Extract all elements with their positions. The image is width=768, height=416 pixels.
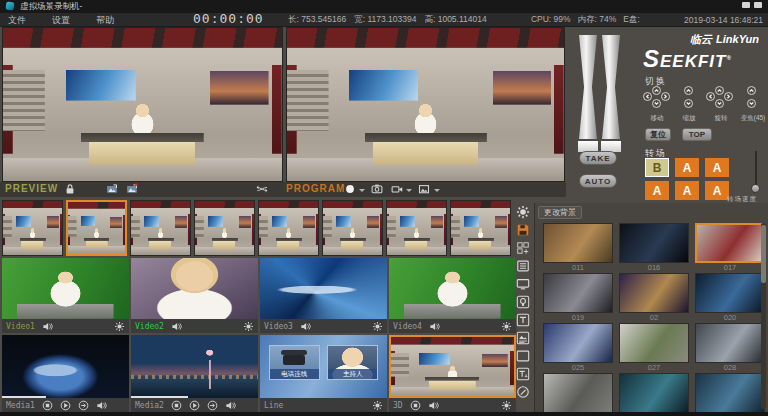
scene-image[interactable] (543, 323, 613, 363)
move-left-button[interactable] (643, 92, 652, 101)
zoom-in-button[interactable] (747, 86, 756, 95)
next-icon[interactable] (207, 400, 218, 411)
scene-image[interactable] (695, 273, 765, 313)
zoom-out-button[interactable] (747, 99, 756, 108)
play-icon[interactable] (189, 400, 200, 411)
camera-angle-thumb-2-selected[interactable] (66, 200, 127, 256)
menu-file[interactable]: 文件 (8, 14, 26, 27)
camera-angle-thumb-1[interactable] (2, 200, 63, 256)
camera-angle-thumb-3[interactable] (130, 200, 191, 256)
scene-image[interactable] (695, 223, 765, 263)
transition-a-icon[interactable] (106, 183, 119, 196)
source-video4[interactable]: Video4 (389, 258, 516, 333)
move-up-button[interactable] (652, 86, 661, 95)
program-monitor[interactable] (286, 27, 565, 182)
rotate-down-button[interactable] (715, 99, 724, 108)
source-3d-selected[interactable]: 3D (389, 335, 516, 412)
transition-button-a4[interactable]: A (675, 181, 699, 200)
scene-thumb-025[interactable]: 025 (543, 323, 613, 373)
scene-thumb-02[interactable]: 02 (619, 273, 689, 323)
reset-button[interactable]: 复位 (645, 128, 671, 141)
move-right-button[interactable] (661, 92, 670, 101)
scene-thumb-r4b[interactable] (619, 373, 689, 412)
volume-icon[interactable] (171, 321, 182, 332)
camera-angle-thumb-4[interactable] (194, 200, 255, 256)
scene-thumb-019[interactable]: 019 (543, 273, 613, 323)
line-thumbnail[interactable]: 电话连线 主持人 (260, 335, 387, 398)
scene-image[interactable] (619, 223, 689, 263)
gear-icon[interactable] (372, 321, 383, 332)
scale-up-button[interactable] (684, 86, 693, 95)
stream-dropdown-caret[interactable] (406, 189, 412, 195)
frame-icon[interactable] (514, 348, 531, 364)
media2-thumbnail[interactable] (131, 335, 258, 398)
stop-icon[interactable] (42, 400, 53, 411)
scene-thumb-011[interactable]: 011 (543, 223, 613, 273)
save-icon[interactable] (514, 222, 531, 238)
menu-settings[interactable]: 设置 (52, 14, 70, 27)
video4-thumbnail[interactable] (389, 258, 516, 319)
transition-button-a2[interactable]: A (705, 158, 729, 177)
volume-icon[interactable] (225, 400, 236, 411)
light-bulb-icon[interactable] (514, 294, 531, 310)
scene-scrollbar-thumb[interactable] (761, 225, 766, 283)
scene-scrollbar[interactable] (761, 223, 766, 409)
scene-image[interactable] (543, 223, 613, 263)
scale-down-button[interactable] (684, 99, 693, 108)
change-background-button[interactable]: 更改背景 (538, 206, 582, 219)
add-layout-icon[interactable] (514, 240, 531, 256)
gear-icon[interactable] (501, 321, 512, 332)
camera-angle-thumb-5[interactable] (258, 200, 319, 256)
menu-help[interactable]: 帮助 (96, 14, 114, 27)
transition-button-a5[interactable]: A (705, 181, 729, 200)
scene-image[interactable] (619, 323, 689, 363)
source-media2[interactable]: Media2 (131, 335, 258, 412)
source-video3[interactable]: Video3 (260, 258, 387, 333)
scene-image[interactable] (543, 373, 613, 412)
3d-thumbnail[interactable] (389, 335, 516, 398)
media1-thumbnail[interactable] (2, 335, 129, 398)
transition-button-a3[interactable]: A (645, 181, 669, 200)
image-layer-icon[interactable] (514, 330, 531, 346)
scene-thumb-017-selected[interactable]: 017 (695, 223, 765, 273)
scene-image[interactable] (543, 273, 613, 313)
scene-thumb-r4a[interactable] (543, 373, 613, 412)
rotate-right-button[interactable] (724, 92, 733, 101)
t-bar-left-handle[interactable] (579, 35, 597, 139)
scene-thumb-020[interactable]: 020 (695, 273, 765, 323)
maximize-button[interactable] (754, 2, 762, 8)
stop-icon[interactable] (410, 400, 421, 411)
camera-angle-thumb-7[interactable] (386, 200, 447, 256)
snapshot-icon[interactable] (371, 183, 384, 196)
video2-thumbnail[interactable] (131, 258, 258, 319)
source-video2[interactable]: Video2 (131, 258, 258, 333)
minimize-button[interactable] (742, 2, 750, 8)
volume-icon[interactable] (429, 321, 440, 332)
transition-b-icon[interactable] (126, 183, 139, 196)
stream-icon[interactable] (391, 183, 404, 196)
swap-icon[interactable] (256, 183, 282, 196)
gear-icon[interactable] (243, 321, 254, 332)
draw-tool-icon[interactable] (514, 384, 531, 400)
scene-image[interactable] (619, 373, 689, 412)
scene-thumb-r4c[interactable] (695, 373, 765, 412)
play-icon[interactable] (60, 400, 71, 411)
next-icon[interactable] (78, 400, 89, 411)
settings-gear-icon[interactable] (514, 204, 531, 220)
gear-icon[interactable] (501, 400, 512, 411)
source-line[interactable]: 电话连线 主持人 Line (260, 335, 387, 412)
auto-button[interactable]: AUTO (579, 174, 617, 188)
scene-image[interactable] (695, 323, 765, 363)
transition-speed-slider[interactable] (751, 151, 761, 193)
volume-icon[interactable] (96, 400, 107, 411)
gear-icon[interactable] (114, 321, 125, 332)
rotate-left-button[interactable] (706, 92, 715, 101)
preview-monitor[interactable] (2, 27, 283, 182)
scene-image[interactable] (695, 373, 765, 412)
record-icon[interactable] (344, 183, 357, 196)
scene-thumb-027[interactable]: 027 (619, 323, 689, 373)
host-source[interactable]: 主持人 (327, 345, 378, 380)
scene-thumb-028[interactable]: 028 (695, 323, 765, 373)
video1-thumbnail[interactable] (2, 258, 129, 319)
picture-icon[interactable] (418, 183, 431, 196)
